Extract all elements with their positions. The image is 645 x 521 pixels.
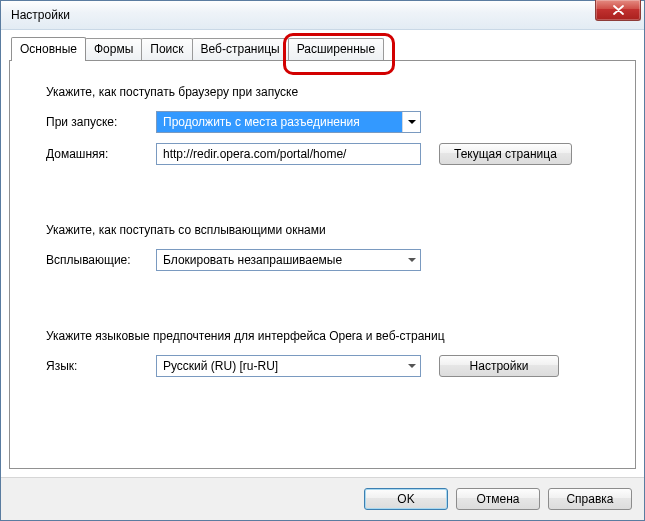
tab-label: Расширенные — [297, 42, 376, 56]
ok-button[interactable]: OK — [364, 488, 448, 510]
settings-window: Настройки Основные Формы Поиск Веб-стран… — [0, 0, 645, 521]
startup-on-start-row: При запуске: Продолжить с места разъедин… — [46, 111, 599, 133]
client-area: Основные Формы Поиск Веб-страницы Расшир… — [1, 30, 644, 477]
help-button[interactable]: Справка — [548, 488, 632, 510]
language-row: Язык: Русский (RU) [ru-RU] Настройки — [46, 355, 599, 377]
popups-label: Всплывающие: — [46, 253, 156, 267]
tab-search[interactable]: Поиск — [141, 38, 192, 60]
language-heading: Укажите языковые предпочтения для интерф… — [46, 329, 599, 343]
tab-label: Поиск — [150, 42, 183, 56]
titlebar: Настройки — [1, 1, 644, 30]
tab-webpages[interactable]: Веб-страницы — [192, 38, 289, 60]
tab-label: Формы — [94, 42, 133, 56]
close-button[interactable] — [595, 0, 641, 21]
chevron-down-icon — [402, 112, 420, 132]
tab-advanced[interactable]: Расширенные — [288, 38, 385, 60]
on-start-value: Продолжить с места разъединения — [156, 111, 421, 133]
language-select[interactable]: Русский (RU) [ru-RU] — [156, 355, 421, 377]
popups-heading: Укажите, как поступать со всплывающими о… — [46, 223, 599, 237]
home-input[interactable] — [156, 143, 421, 165]
tab-label: Веб-страницы — [201, 42, 280, 56]
chevron-down-icon — [403, 356, 420, 376]
popups-value: Блокировать незапрашиваемые — [156, 249, 421, 271]
tab-label: Основные — [20, 42, 77, 56]
dialog-footer: OK Отмена Справка — [1, 477, 644, 520]
close-icon — [613, 5, 624, 15]
popups-row: Всплывающие: Блокировать незапрашиваемые — [46, 249, 599, 271]
tab-panel-basic: Укажите, как поступать браузеру при запу… — [9, 60, 636, 469]
tab-strip: Основные Формы Поиск Веб-страницы Расшир… — [11, 38, 636, 60]
language-value: Русский (RU) [ru-RU] — [156, 355, 421, 377]
startup-home-row: Домашняя: Текущая страница — [46, 143, 599, 165]
chevron-down-icon — [403, 250, 420, 270]
home-input-wrap — [156, 143, 421, 165]
language-label: Язык: — [46, 359, 156, 373]
on-start-label: При запуске: — [46, 115, 156, 129]
startup-heading: Укажите, как поступать браузеру при запу… — [46, 85, 599, 99]
home-label: Домашняя: — [46, 147, 156, 161]
window-title: Настройки — [11, 8, 70, 22]
tab-basic[interactable]: Основные — [11, 37, 86, 61]
current-page-button[interactable]: Текущая страница — [439, 143, 572, 165]
popups-select[interactable]: Блокировать незапрашиваемые — [156, 249, 421, 271]
cancel-button[interactable]: Отмена — [456, 488, 540, 510]
on-start-select[interactable]: Продолжить с места разъединения — [156, 111, 421, 133]
tab-forms[interactable]: Формы — [85, 38, 142, 60]
language-settings-button[interactable]: Настройки — [439, 355, 559, 377]
